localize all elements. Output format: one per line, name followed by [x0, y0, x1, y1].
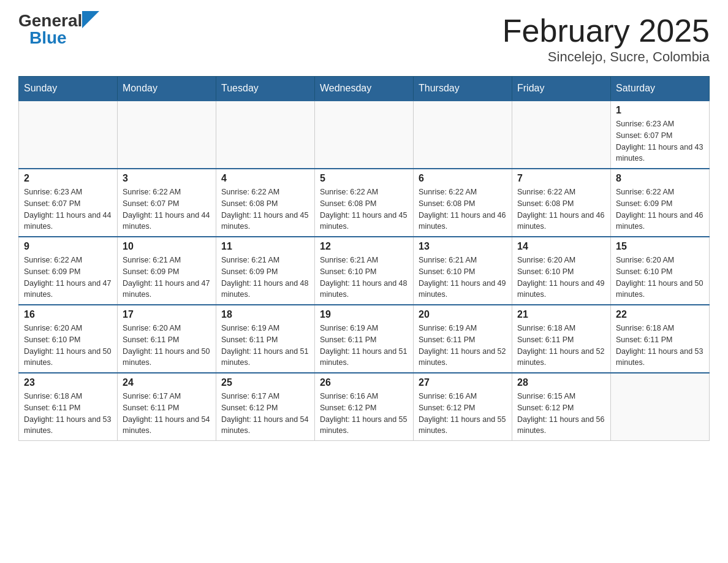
calendar-week-row: 1Sunrise: 6:23 AMSunset: 6:07 PMDaylight… [19, 101, 710, 169]
day-number: 12 [320, 241, 408, 252]
calendar-day-cell: 20Sunrise: 6:19 AMSunset: 6:11 PMDayligh… [414, 305, 512, 373]
weekday-header-saturday: Saturday [611, 77, 710, 101]
calendar-day-cell: 18Sunrise: 6:19 AMSunset: 6:11 PMDayligh… [216, 305, 315, 373]
calendar-day-cell: 22Sunrise: 6:18 AMSunset: 6:11 PMDayligh… [611, 305, 710, 373]
calendar-title: February 2025 [502, 12, 710, 49]
day-info: Sunrise: 6:22 AMSunset: 6:07 PMDaylight:… [123, 186, 211, 232]
day-number: 1 [616, 105, 704, 116]
day-number: 21 [517, 309, 605, 320]
calendar-day-cell: 15Sunrise: 6:20 AMSunset: 6:10 PMDayligh… [611, 237, 710, 305]
calendar-day-cell: 14Sunrise: 6:20 AMSunset: 6:10 PMDayligh… [512, 237, 611, 305]
day-number: 28 [517, 377, 605, 388]
calendar-header-row: SundayMondayTuesdayWednesdayThursdayFrid… [19, 77, 710, 101]
day-info: Sunrise: 6:22 AMSunset: 6:08 PMDaylight:… [320, 186, 408, 232]
day-info: Sunrise: 6:22 AMSunset: 6:09 PMDaylight:… [24, 255, 112, 301]
day-number: 14 [517, 241, 605, 252]
day-info: Sunrise: 6:22 AMSunset: 6:09 PMDaylight:… [616, 186, 704, 232]
calendar-day-cell: 5Sunrise: 6:22 AMSunset: 6:08 PMDaylight… [315, 169, 414, 237]
day-number: 26 [320, 377, 408, 388]
day-number: 20 [419, 309, 507, 320]
day-number: 11 [221, 241, 309, 252]
day-number: 5 [320, 173, 408, 184]
calendar-day-cell: 8Sunrise: 6:22 AMSunset: 6:09 PMDaylight… [611, 169, 710, 237]
day-info: Sunrise: 6:22 AMSunset: 6:08 PMDaylight:… [419, 186, 507, 232]
day-number: 18 [221, 309, 309, 320]
day-info: Sunrise: 6:18 AMSunset: 6:11 PMDaylight:… [24, 391, 112, 437]
day-info: Sunrise: 6:20 AMSunset: 6:10 PMDaylight:… [616, 255, 704, 301]
logo-general-text: General [18, 12, 82, 29]
weekday-header-thursday: Thursday [414, 77, 512, 101]
day-number: 9 [24, 241, 112, 252]
day-number: 15 [616, 241, 704, 252]
day-number: 8 [616, 173, 704, 184]
calendar-day-cell [118, 101, 216, 169]
title-block: February 2025 Sincelejo, Sucre, Colombia [502, 12, 710, 65]
calendar-day-cell: 13Sunrise: 6:21 AMSunset: 6:10 PMDayligh… [414, 237, 512, 305]
day-number: 7 [517, 173, 605, 184]
day-info: Sunrise: 6:16 AMSunset: 6:12 PMDaylight:… [320, 391, 408, 437]
day-number: 24 [123, 377, 211, 388]
calendar-subtitle: Sincelejo, Sucre, Colombia [502, 49, 710, 65]
calendar-day-cell: 1Sunrise: 6:23 AMSunset: 6:07 PMDaylight… [611, 101, 710, 169]
logo: General Blue [18, 12, 99, 47]
day-info: Sunrise: 6:21 AMSunset: 6:09 PMDaylight:… [123, 255, 211, 301]
logo-blue-text: Blue [29, 29, 67, 47]
calendar-day-cell: 16Sunrise: 6:20 AMSunset: 6:10 PMDayligh… [19, 305, 118, 373]
calendar-table: SundayMondayTuesdayWednesdayThursdayFrid… [18, 76, 710, 441]
day-info: Sunrise: 6:19 AMSunset: 6:11 PMDaylight:… [320, 323, 408, 369]
calendar-day-cell: 6Sunrise: 6:22 AMSunset: 6:08 PMDaylight… [414, 169, 512, 237]
calendar-day-cell [611, 373, 710, 441]
day-number: 17 [123, 309, 211, 320]
calendar-day-cell: 28Sunrise: 6:15 AMSunset: 6:12 PMDayligh… [512, 373, 611, 441]
calendar-week-row: 9Sunrise: 6:22 AMSunset: 6:09 PMDaylight… [19, 237, 710, 305]
weekday-header-sunday: Sunday [19, 77, 118, 101]
calendar-day-cell: 27Sunrise: 6:16 AMSunset: 6:12 PMDayligh… [414, 373, 512, 441]
calendar-day-cell: 11Sunrise: 6:21 AMSunset: 6:09 PMDayligh… [216, 237, 315, 305]
day-number: 22 [616, 309, 704, 320]
day-info: Sunrise: 6:23 AMSunset: 6:07 PMDaylight:… [24, 186, 112, 232]
day-number: 23 [24, 377, 112, 388]
day-info: Sunrise: 6:18 AMSunset: 6:11 PMDaylight:… [517, 323, 605, 369]
day-info: Sunrise: 6:20 AMSunset: 6:10 PMDaylight:… [517, 255, 605, 301]
day-number: 25 [221, 377, 309, 388]
day-number: 6 [419, 173, 507, 184]
calendar-day-cell: 3Sunrise: 6:22 AMSunset: 6:07 PMDaylight… [118, 169, 216, 237]
day-number: 3 [123, 173, 211, 184]
calendar-week-row: 23Sunrise: 6:18 AMSunset: 6:11 PMDayligh… [19, 373, 710, 441]
calendar-week-row: 16Sunrise: 6:20 AMSunset: 6:10 PMDayligh… [19, 305, 710, 373]
day-info: Sunrise: 6:21 AMSunset: 6:10 PMDaylight:… [320, 255, 408, 301]
page-header: General Blue February 2025 Sincelejo, Su… [18, 12, 710, 65]
calendar-day-cell [315, 101, 414, 169]
calendar-day-cell [414, 101, 512, 169]
day-number: 4 [221, 173, 309, 184]
day-number: 27 [419, 377, 507, 388]
calendar-day-cell: 26Sunrise: 6:16 AMSunset: 6:12 PMDayligh… [315, 373, 414, 441]
day-info: Sunrise: 6:23 AMSunset: 6:07 PMDaylight:… [616, 118, 704, 164]
calendar-day-cell [19, 101, 118, 169]
day-info: Sunrise: 6:18 AMSunset: 6:11 PMDaylight:… [616, 323, 704, 369]
day-number: 13 [419, 241, 507, 252]
calendar-day-cell [512, 101, 611, 169]
day-info: Sunrise: 6:22 AMSunset: 6:08 PMDaylight:… [221, 186, 309, 232]
weekday-header-tuesday: Tuesday [216, 77, 315, 101]
day-info: Sunrise: 6:19 AMSunset: 6:11 PMDaylight:… [221, 323, 309, 369]
calendar-day-cell: 7Sunrise: 6:22 AMSunset: 6:08 PMDaylight… [512, 169, 611, 237]
weekday-header-monday: Monday [118, 77, 216, 101]
day-number: 16 [24, 309, 112, 320]
day-info: Sunrise: 6:20 AMSunset: 6:10 PMDaylight:… [24, 323, 112, 369]
day-info: Sunrise: 6:21 AMSunset: 6:10 PMDaylight:… [419, 255, 507, 301]
day-info: Sunrise: 6:15 AMSunset: 6:12 PMDaylight:… [517, 391, 605, 437]
day-info: Sunrise: 6:16 AMSunset: 6:12 PMDaylight:… [419, 391, 507, 437]
calendar-day-cell [216, 101, 315, 169]
calendar-day-cell: 23Sunrise: 6:18 AMSunset: 6:11 PMDayligh… [19, 373, 118, 441]
calendar-day-cell: 10Sunrise: 6:21 AMSunset: 6:09 PMDayligh… [118, 237, 216, 305]
calendar-day-cell: 12Sunrise: 6:21 AMSunset: 6:10 PMDayligh… [315, 237, 414, 305]
calendar-day-cell: 4Sunrise: 6:22 AMSunset: 6:08 PMDaylight… [216, 169, 315, 237]
logo-triangle-icon [82, 11, 99, 28]
day-info: Sunrise: 6:17 AMSunset: 6:11 PMDaylight:… [123, 391, 211, 437]
day-info: Sunrise: 6:21 AMSunset: 6:09 PMDaylight:… [221, 255, 309, 301]
day-number: 19 [320, 309, 408, 320]
calendar-day-cell: 21Sunrise: 6:18 AMSunset: 6:11 PMDayligh… [512, 305, 611, 373]
weekday-header-wednesday: Wednesday [315, 77, 414, 101]
day-info: Sunrise: 6:20 AMSunset: 6:11 PMDaylight:… [123, 323, 211, 369]
